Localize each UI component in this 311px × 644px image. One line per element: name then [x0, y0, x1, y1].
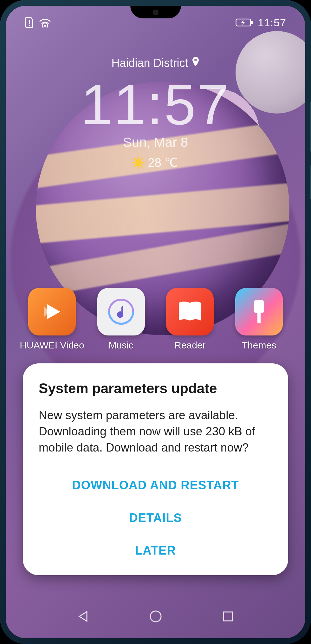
svg-marker-14 — [79, 612, 87, 621]
phone-inner: 11:57 Haidian District 11:57 Sun, Mar 8 — [6, 6, 305, 638]
svg-rect-5 — [251, 21, 253, 24]
svg-point-2 — [44, 25, 46, 27]
svg-point-7 — [194, 59, 197, 61]
app-huawei-video[interactable]: HUAWEI Video — [23, 288, 81, 351]
navigation-bar — [6, 602, 305, 631]
location-text: Haidian District — [111, 56, 188, 70]
sun-icon — [133, 157, 144, 168]
svg-rect-16 — [224, 612, 232, 621]
app-label: HUAWEI Video — [20, 340, 84, 351]
wifi-icon — [39, 17, 51, 28]
temperature: 28 ℃ — [148, 156, 178, 170]
lock-weather: 28 ℃ — [6, 156, 305, 170]
download-restart-button[interactable]: DOWNLOAD AND RESTART — [39, 469, 272, 502]
svg-point-1 — [29, 25, 30, 26]
lock-screen-info: Haidian District 11:57 Sun, Mar 8 — [6, 56, 305, 170]
notch — [130, 6, 181, 18]
lock-clock: 11:57 — [6, 72, 305, 137]
screen: 11:57 Haidian District 11:57 Sun, Mar 8 — [6, 6, 305, 638]
nav-home-button[interactable] — [148, 609, 163, 624]
phone-frame: 11:57 Haidian District 11:57 Sun, Mar 8 — [0, 0, 311, 644]
app-row: HUAWEI Video Music — [6, 288, 305, 351]
svg-marker-6 — [241, 20, 245, 25]
system-update-dialog: System parameters update New system para… — [23, 363, 288, 575]
status-time: 11:57 — [258, 16, 286, 29]
lock-date: Sun, Mar 8 — [6, 135, 305, 150]
svg-marker-8 — [47, 304, 60, 319]
nav-recent-button[interactable] — [220, 609, 236, 624]
svg-rect-13 — [257, 313, 261, 323]
location-pin-icon — [191, 56, 200, 70]
nav-back-button[interactable] — [76, 609, 91, 624]
sim-alert-icon — [25, 17, 34, 28]
reader-icon — [166, 288, 214, 335]
later-button[interactable]: LATER — [39, 534, 272, 567]
svg-point-15 — [150, 611, 161, 622]
app-label: Music — [108, 340, 133, 351]
app-music[interactable]: Music — [93, 288, 150, 351]
details-button[interactable]: DETAILS — [39, 502, 272, 534]
app-reader[interactable]: Reader — [161, 288, 218, 351]
app-label: Reader — [174, 340, 205, 351]
music-icon — [97, 288, 145, 335]
battery-charging-icon — [236, 18, 253, 27]
dialog-body: New system parameters are available. Dow… — [39, 407, 272, 456]
dialog-title: System parameters update — [39, 381, 272, 396]
app-themes[interactable]: Themes — [230, 288, 288, 351]
app-label: Themes — [242, 340, 276, 351]
svg-rect-12 — [254, 300, 264, 313]
themes-icon — [235, 288, 283, 335]
huawei-video-icon — [28, 288, 76, 335]
